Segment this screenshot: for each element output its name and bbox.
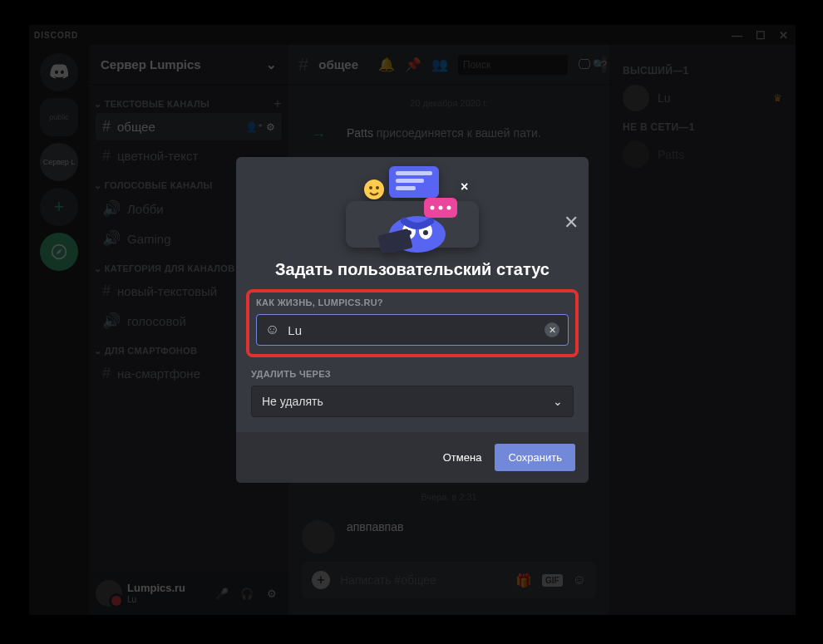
modal-backdrop[interactable]: ✕ × <box>29 25 796 615</box>
svg-rect-3 <box>396 171 432 175</box>
svg-rect-5 <box>396 186 416 190</box>
modal-art: × <box>236 157 589 257</box>
cancel-button[interactable]: Отмена <box>443 451 482 464</box>
chevron-down-icon: ⌄ <box>553 395 563 408</box>
svg-point-10 <box>431 206 435 210</box>
modal-footer: Отмена Сохранить <box>236 432 589 483</box>
svg-rect-4 <box>396 179 424 183</box>
app-window: DISCORD — ☐ ✕ public Сервер L + Сервер L… <box>29 25 796 615</box>
svg-point-12 <box>447 206 451 210</box>
svg-point-7 <box>369 186 372 189</box>
status-input[interactable] <box>288 323 536 337</box>
svg-point-8 <box>376 186 379 189</box>
status-input-highlight: КАК ЖИЗНЬ, LUMPICS.RU? ☺ ✕ <box>246 289 579 357</box>
emoji-picker-button[interactable]: ☺ <box>265 322 279 338</box>
clear-after-label: УДАЛИТЬ ЧЕРЕЗ <box>251 369 574 379</box>
svg-point-17 <box>423 230 428 235</box>
select-value: Не удалять <box>262 395 323 408</box>
modal-title: Задать пользовательский статус <box>236 260 589 279</box>
svg-point-11 <box>439 206 443 210</box>
svg-text:×: × <box>461 179 468 194</box>
clear-status-button[interactable]: ✕ <box>545 322 559 337</box>
svg-point-6 <box>364 179 384 199</box>
custom-status-modal: ✕ × <box>236 157 589 483</box>
clear-after-select[interactable]: Не удалять ⌄ <box>251 386 574 417</box>
save-button[interactable]: Сохранить <box>495 444 575 471</box>
status-input-wrap: ☺ ✕ <box>256 314 569 346</box>
status-label: КАК ЖИЗНЬ, LUMPICS.RU? <box>256 297 569 307</box>
